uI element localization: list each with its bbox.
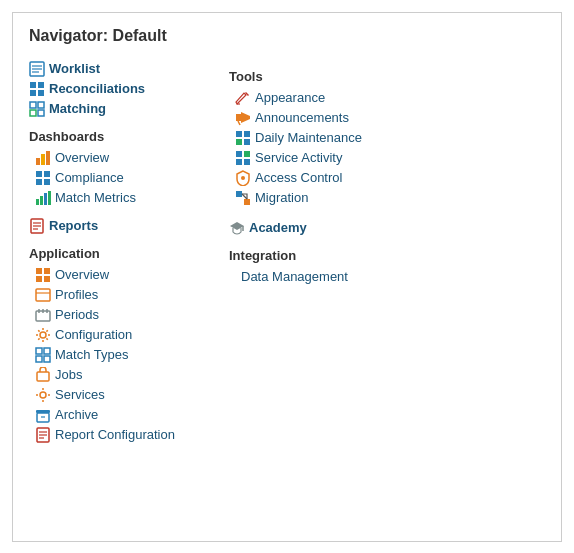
nav-reports[interactable]: Reports [29,216,229,236]
nav-migration[interactable]: Migration [229,188,545,208]
svg-rect-58 [244,139,250,145]
svg-point-37 [40,332,46,338]
svg-rect-15 [36,171,42,177]
svg-rect-17 [36,179,42,185]
svg-rect-16 [44,171,50,177]
nav-archive[interactable]: Archive [29,405,229,425]
periods-icon [35,307,51,323]
nav-reconciliations[interactable]: Reconciliations [29,79,229,99]
svg-rect-8 [30,102,36,108]
svg-rect-22 [48,191,51,205]
svg-rect-6 [30,90,36,96]
svg-rect-13 [41,154,45,165]
worklist-icon [29,61,45,77]
nav-reportconfig[interactable]: Report Configuration [29,425,229,445]
svg-rect-31 [36,289,50,301]
nav-worklist[interactable]: Worklist [29,59,229,79]
svg-rect-28 [44,268,50,274]
dashboards-list: Overview Compliance Match Metrics [29,148,229,208]
svg-rect-29 [36,276,42,282]
nav-datamanagement[interactable]: Data Management [229,267,545,286]
svg-rect-20 [40,196,43,205]
nav-matchtypes[interactable]: Match Types [29,345,229,365]
nav-matching[interactable]: Matching [29,99,229,119]
svg-rect-27 [36,268,42,274]
svg-line-54 [238,121,240,125]
dashboards-header: Dashboards [29,129,229,144]
tools-header: Tools [229,69,545,84]
compliance-icon [35,170,51,186]
nav-overview-dash[interactable]: Overview [29,148,229,168]
application-list: Overview Profiles Periods [29,265,229,445]
svg-line-66 [242,194,247,199]
accesscontrol-icon [235,170,251,186]
svg-rect-10 [30,110,36,116]
svg-marker-53 [241,112,250,123]
dailymaint-icon [235,130,251,146]
left-column: Worklist Reconciliations Matching Dashbo… [29,59,229,445]
svg-rect-41 [44,356,50,362]
svg-rect-61 [236,159,242,165]
nav-serviceactivity[interactable]: Service Activity [229,148,545,168]
nav-configuration[interactable]: Configuration [29,325,229,345]
academy-icon [229,220,245,236]
svg-rect-65 [244,199,250,205]
reportconfig-icon [35,427,51,443]
nav-compliance[interactable]: Compliance [29,168,229,188]
nav-matchmetrics[interactable]: Match Metrics [29,188,229,208]
nav-profiles[interactable]: Profiles [29,285,229,305]
svg-point-63 [241,176,245,180]
svg-rect-57 [236,139,242,145]
nav-jobs[interactable]: Jobs [29,365,229,385]
svg-rect-42 [37,372,49,381]
nav-periods[interactable]: Periods [29,305,229,325]
nav-academy[interactable]: Academy [229,218,545,238]
matchtypes-icon [35,347,51,363]
svg-rect-64 [236,191,242,197]
tools-list: Appearance Announcements Daily Maintenan… [229,88,545,208]
navigator-container: Navigator: Default Worklist Reconciliati… [12,12,562,542]
svg-rect-55 [236,131,242,137]
reconciliations-icon [29,81,45,97]
nav-accesscontrol[interactable]: Access Control [229,168,545,188]
svg-rect-52 [236,114,241,121]
svg-rect-39 [44,348,50,354]
right-column: Tools Appearance Announcements [229,59,545,445]
archive-icon [35,407,51,423]
svg-rect-30 [44,276,50,282]
svg-rect-9 [38,102,44,108]
svg-rect-7 [38,90,44,96]
matching-icon [29,101,45,117]
svg-rect-11 [38,110,44,116]
overview-app-icon [35,267,51,283]
svg-rect-40 [36,356,42,362]
announcements-icon [235,110,251,126]
svg-rect-62 [244,159,250,165]
svg-rect-56 [244,131,250,137]
migration-icon [235,190,251,206]
profiles-icon [35,287,51,303]
reports-icon [29,218,45,234]
svg-rect-19 [36,199,39,205]
nav-announcements[interactable]: Announcements [229,108,545,128]
serviceactivity-icon [235,150,251,166]
overview-dash-icon [35,150,51,166]
svg-point-43 [40,392,46,398]
integration-header: Integration [229,248,545,263]
integration-list: Data Management [229,267,545,286]
services-icon [35,387,51,403]
nav-services[interactable]: Services [29,385,229,405]
svg-rect-14 [46,151,50,165]
nav-appearance[interactable]: Appearance [229,88,545,108]
configuration-icon [35,327,51,343]
svg-rect-59 [236,151,242,157]
page-title: Navigator: Default [29,27,545,45]
svg-rect-4 [30,82,36,88]
svg-rect-5 [38,82,44,88]
appearance-icon [235,90,251,106]
svg-rect-60 [244,151,250,157]
application-header: Application [29,246,229,261]
nav-dailymaint[interactable]: Daily Maintenance [229,128,545,148]
matchmetrics-icon [35,190,51,206]
nav-overview-app[interactable]: Overview [29,265,229,285]
